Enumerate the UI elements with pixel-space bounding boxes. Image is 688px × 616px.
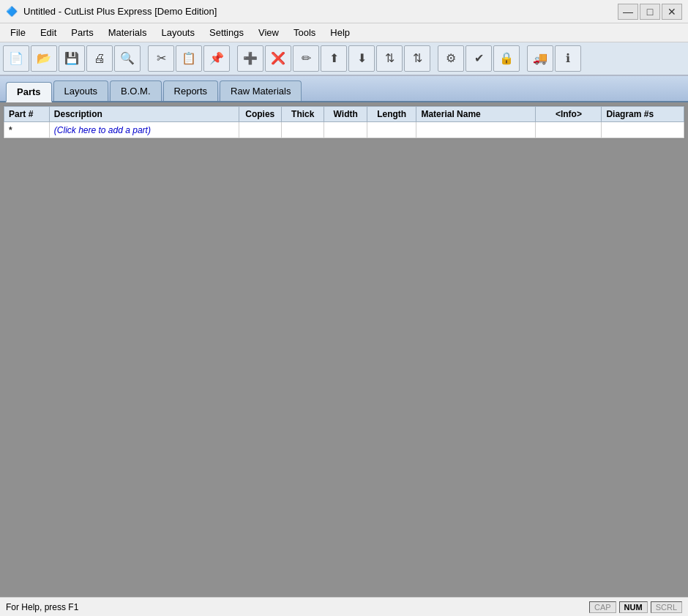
tab-raw-materials[interactable]: Raw Materials	[220, 80, 302, 101]
up-btn-icon: ⬆	[329, 53, 339, 64]
truck-btn-icon: 🚚	[533, 53, 547, 64]
row-star: *	[4, 122, 50, 138]
col-header-diagram--s: Diagram #s	[602, 107, 684, 122]
status-num: NUM	[619, 601, 648, 613]
up-btn[interactable]: ⬆	[321, 45, 347, 72]
edit-btn-icon: ✏	[302, 53, 311, 64]
col-header-length: Length	[367, 107, 416, 122]
edit-btn[interactable]: ✏	[293, 45, 319, 72]
status-help-text: For Help, press F1	[6, 602, 78, 612]
tab-parts[interactable]: Parts	[6, 82, 52, 102]
copy-btn[interactable]: 📋	[176, 45, 202, 72]
down-btn[interactable]: ⬇	[348, 45, 375, 72]
lock-btn[interactable]: 🔒	[493, 45, 520, 72]
menu-item-help[interactable]: Help	[323, 25, 357, 41]
tab-bar: PartsLayoutsB.O.M.ReportsRaw Materials	[0, 76, 688, 102]
lock-btn-icon: 🔒	[499, 53, 514, 64]
settings-btn-icon: ⚙	[446, 53, 456, 64]
new-btn[interactable]: 📄	[3, 45, 29, 72]
toolbar: 📄📂💾🖨🔍✂📋📌➕❌✏⬆⬇⇅⇅⚙✔🔒🚚ℹ	[0, 42, 688, 76]
menu-item-view[interactable]: View	[251, 25, 286, 41]
menu-item-settings[interactable]: Settings	[202, 25, 251, 41]
sort-btn[interactable]: ⇅	[376, 45, 403, 72]
paste-btn[interactable]: 📌	[203, 45, 230, 72]
menu-item-edit[interactable]: Edit	[33, 25, 64, 41]
save-btn-icon: 💾	[64, 53, 79, 64]
table-header: Part #DescriptionCopiesThickWidthLengthM…	[4, 107, 684, 122]
add-part-link[interactable]: (Click here to add a part)	[49, 122, 239, 138]
reorder-btn-icon: ⇅	[413, 53, 422, 64]
toolbar-separator	[231, 45, 236, 72]
row-copies	[239, 122, 281, 138]
cut-btn-icon: ✂	[157, 53, 166, 64]
print-btn[interactable]: 🖨	[86, 45, 113, 72]
menu-bar: FileEditPartsMaterialsLayoutsSettingsVie…	[0, 23, 688, 42]
open-btn[interactable]: 📂	[31, 45, 57, 72]
maximize-button[interactable]: □	[640, 4, 660, 20]
parts-table-container: Part #DescriptionCopiesThickWidthLengthM…	[3, 105, 685, 139]
col-header-width: Width	[324, 107, 367, 122]
main-content: Part #DescriptionCopiesThickWidthLengthM…	[0, 102, 688, 597]
tab-b-o-m-[interactable]: B.O.M.	[110, 80, 161, 101]
col-header--info-: <Info>	[536, 107, 602, 122]
info-btn[interactable]: ℹ	[555, 45, 581, 72]
menu-item-parts[interactable]: Parts	[64, 25, 100, 41]
col-header-description: Description	[49, 107, 239, 122]
save-btn[interactable]: 💾	[59, 45, 85, 72]
add-btn-icon: ➕	[243, 53, 258, 64]
close-button[interactable]: ✕	[662, 4, 682, 20]
toolbar-separator	[432, 45, 436, 72]
down-btn-icon: ⬇	[357, 53, 367, 64]
col-header-material-name: Material Name	[416, 107, 536, 122]
open-btn-icon: 📂	[37, 53, 51, 64]
check-btn[interactable]: ✔	[465, 45, 492, 72]
status-cap: CAP	[589, 601, 616, 613]
status-scrl: SCRL	[651, 601, 682, 613]
app-icon: 🔷	[6, 6, 18, 18]
toolbar-separator	[521, 45, 526, 72]
preview-btn[interactable]: 🔍	[114, 45, 141, 72]
new-btn-icon: 📄	[9, 53, 23, 64]
minimize-button[interactable]: —	[618, 4, 638, 20]
status-indicators: CAPNUMSCRL	[589, 601, 682, 613]
row-matname	[416, 122, 536, 138]
print-btn-icon: 🖨	[94, 53, 105, 64]
info-btn-icon: ℹ	[566, 53, 570, 64]
parts-table: Part #DescriptionCopiesThickWidthLengthM…	[4, 106, 684, 138]
menu-item-tools[interactable]: Tools	[286, 25, 323, 41]
copy-btn-icon: 📋	[182, 53, 196, 64]
add-btn[interactable]: ➕	[237, 45, 263, 72]
table-body: *(Click here to add a part)	[4, 122, 684, 138]
toolbar-separator	[142, 45, 146, 72]
row-length	[367, 122, 416, 138]
truck-btn[interactable]: 🚚	[527, 45, 553, 72]
menu-item-materials[interactable]: Materials	[101, 25, 154, 41]
reorder-btn[interactable]: ⇅	[404, 45, 430, 72]
paste-btn-icon: 📌	[209, 53, 224, 64]
menu-item-layouts[interactable]: Layouts	[154, 25, 202, 41]
add-part-row[interactable]: *(Click here to add a part)	[4, 122, 684, 138]
menu-item-file[interactable]: File	[3, 25, 33, 41]
row-width	[324, 122, 367, 138]
delete-btn[interactable]: ❌	[265, 45, 291, 72]
window-title: Untitled - CutList Plus Express [Demo Ed…	[23, 6, 217, 17]
sort-btn-icon: ⇅	[385, 53, 395, 64]
preview-btn-icon: 🔍	[120, 53, 135, 64]
settings-btn[interactable]: ⚙	[438, 45, 464, 72]
col-header-part--: Part #	[4, 107, 50, 122]
row-thick	[281, 122, 324, 138]
title-bar: 🔷 Untitled - CutList Plus Express [Demo …	[0, 0, 688, 23]
row-info	[536, 122, 602, 138]
col-header-thick: Thick	[281, 107, 324, 122]
title-bar-left: 🔷 Untitled - CutList Plus Express [Demo …	[6, 6, 217, 18]
check-btn-icon: ✔	[474, 53, 484, 64]
row-diagram	[602, 122, 684, 138]
status-bar: For Help, press F1 CAPNUMSCRL	[0, 597, 688, 616]
tab-layouts[interactable]: Layouts	[53, 80, 109, 101]
cut-btn[interactable]: ✂	[148, 45, 174, 72]
window-controls: — □ ✕	[618, 4, 682, 20]
col-header-copies: Copies	[239, 107, 281, 122]
tab-reports[interactable]: Reports	[163, 80, 219, 101]
delete-btn-icon: ❌	[271, 53, 285, 64]
